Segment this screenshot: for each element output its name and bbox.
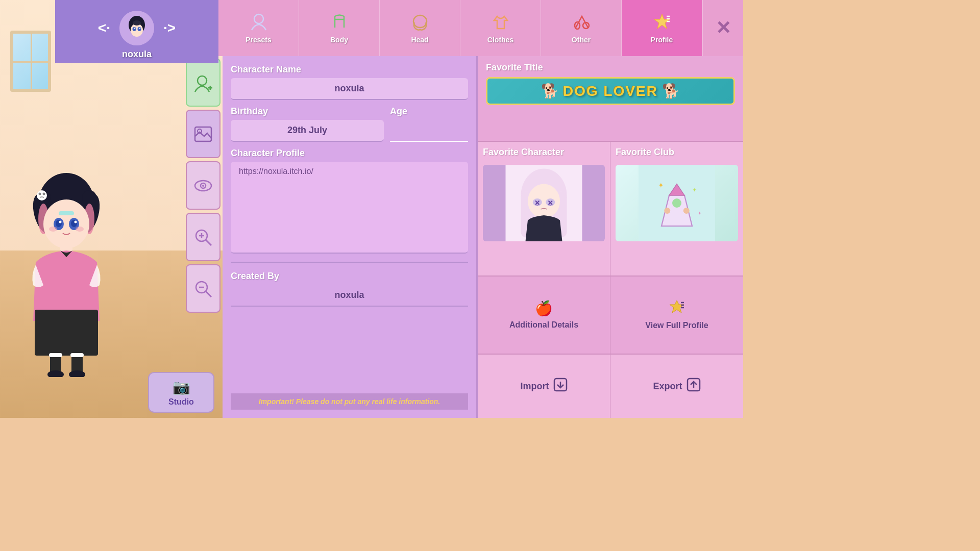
studio-icon: 📷	[173, 379, 190, 395]
svg-point-4	[82, 190, 96, 205]
char-profile-textarea[interactable]: https://noxula.itch.io/	[231, 162, 468, 254]
fav-club-section: Favorite Club ✦ ✦	[610, 142, 743, 276]
svg-point-63	[528, 184, 560, 218]
detail-actions-row: 🍎 Additional Details View Full Profile	[478, 277, 743, 355]
zoom-in-button[interactable]	[186, 213, 220, 261]
svg-point-10	[43, 199, 89, 248]
svg-point-19	[76, 227, 84, 232]
clothes-icon	[491, 12, 510, 34]
tab-other[interactable]: Other	[541, 0, 622, 56]
profile-icon	[652, 12, 672, 34]
zoom-out-button[interactable]	[186, 264, 220, 313]
tab-head-label: Head	[411, 36, 428, 44]
svg-line-53	[206, 240, 211, 245]
view-full-profile-label: View Full Profile	[645, 320, 708, 331]
fav-title-label: Favorite Title	[486, 62, 735, 73]
birthday-input[interactable]	[231, 120, 384, 142]
birthday-label: Birthday	[231, 106, 384, 117]
fav-club-label: Favorite Club	[616, 147, 738, 158]
svg-point-44	[198, 76, 207, 85]
birthday-section: Birthday	[231, 106, 384, 142]
svg-point-51	[202, 185, 204, 187]
svg-line-57	[206, 291, 211, 297]
char-name-section: Character Name	[231, 64, 468, 100]
profile-form: Character Name Birthday Age Character Pr…	[223, 56, 478, 418]
tab-body-label: Body	[330, 36, 348, 44]
char-name-input[interactable]	[231, 78, 468, 100]
fav-char-label: Favorite Character	[483, 147, 605, 158]
created-by-section: Created By	[231, 271, 468, 307]
char-selector: <· ·>	[55, 0, 218, 56]
close-button[interactable]: ✕	[702, 0, 743, 56]
svg-point-31	[133, 27, 136, 31]
background-button[interactable]	[186, 110, 220, 158]
tab-clothes-label: Clothes	[487, 36, 513, 44]
svg-point-73	[672, 198, 681, 208]
svg-point-75	[683, 208, 690, 214]
tab-presets[interactable]: Presets	[218, 0, 299, 56]
char-avatar	[119, 11, 154, 45]
additional-details-button[interactable]: 🍎 Additional Details	[478, 277, 610, 354]
dog-lover-text: DOG LOVER	[563, 83, 658, 99]
created-by-label: Created By	[231, 271, 468, 282]
dog-emoji-left: 🐕	[541, 83, 559, 99]
tab-clothes[interactable]: Clothes	[460, 0, 541, 56]
other-icon	[572, 12, 591, 34]
svg-rect-11	[59, 211, 74, 215]
room-window	[10, 31, 51, 92]
tab-profile[interactable]: Profile	[622, 0, 702, 56]
prev-char-button[interactable]: <·	[94, 18, 114, 38]
top-panel: <· ·> Presets Bod	[55, 0, 743, 56]
presets-icon	[249, 12, 268, 34]
svg-text:✦: ✦	[658, 182, 664, 189]
view-full-profile-button[interactable]: View Full Profile	[610, 277, 743, 354]
next-char-button[interactable]: ·>	[159, 18, 180, 38]
svg-point-18	[49, 227, 57, 232]
age-input[interactable]	[390, 120, 468, 142]
svg-point-37	[413, 15, 427, 28]
tab-bar: Presets Body Head Clothes Other	[218, 0, 743, 56]
svg-point-33	[134, 28, 135, 29]
studio-button[interactable]: 📷 Studio	[148, 372, 214, 413]
export-button[interactable]: Export	[610, 355, 743, 418]
svg-point-8	[39, 193, 41, 195]
fav-char-section: Favorite Character	[478, 142, 610, 276]
import-icon	[553, 378, 568, 395]
tab-head[interactable]: Head	[380, 0, 460, 56]
dog-lover-banner: 🐕 DOG LOVER 🐕	[486, 77, 735, 105]
fav-char-club-row: Favorite Character	[478, 142, 743, 277]
char-name-selector-label: noxula	[55, 49, 218, 63]
char-profile-section: Character Profile https://noxula.itch.io…	[231, 148, 468, 254]
export-label: Export	[653, 381, 682, 392]
svg-point-34	[139, 28, 140, 29]
additional-details-label: Additional Details	[509, 320, 578, 331]
add-preset-button[interactable]	[186, 58, 220, 107]
svg-text:✦: ✦	[698, 210, 702, 215]
tab-presets-label: Presets	[246, 36, 272, 44]
form-divider	[231, 262, 468, 263]
preview-button[interactable]	[186, 161, 220, 210]
tab-other-label: Other	[572, 36, 591, 44]
character-display	[15, 163, 117, 377]
svg-point-32	[138, 27, 141, 31]
svg-point-9	[43, 193, 45, 195]
profile-sidebar: Favorite Title 🐕 DOG LOVER 🐕 Favorite Ch…	[478, 56, 743, 418]
import-button[interactable]: Import	[478, 355, 610, 418]
svg-point-35	[133, 20, 141, 26]
head-icon	[410, 12, 430, 34]
dog-emoji-right: 🐕	[662, 83, 680, 99]
svg-point-74	[664, 208, 670, 214]
created-by-input[interactable]	[231, 285, 468, 307]
studio-label: Studio	[168, 397, 194, 407]
import-label: Import	[521, 381, 549, 392]
svg-point-17	[75, 221, 77, 223]
char-name-label: Character Name	[231, 64, 468, 75]
svg-rect-24	[49, 353, 62, 357]
import-export-row: Import Export	[478, 355, 743, 418]
view-full-profile-icon	[669, 299, 685, 317]
tab-body[interactable]: Body	[299, 0, 380, 56]
char-profile-label: Character Profile	[231, 148, 468, 159]
fav-char-image	[483, 165, 605, 241]
tab-profile-label: Profile	[651, 36, 673, 44]
side-toolbar	[184, 56, 223, 413]
